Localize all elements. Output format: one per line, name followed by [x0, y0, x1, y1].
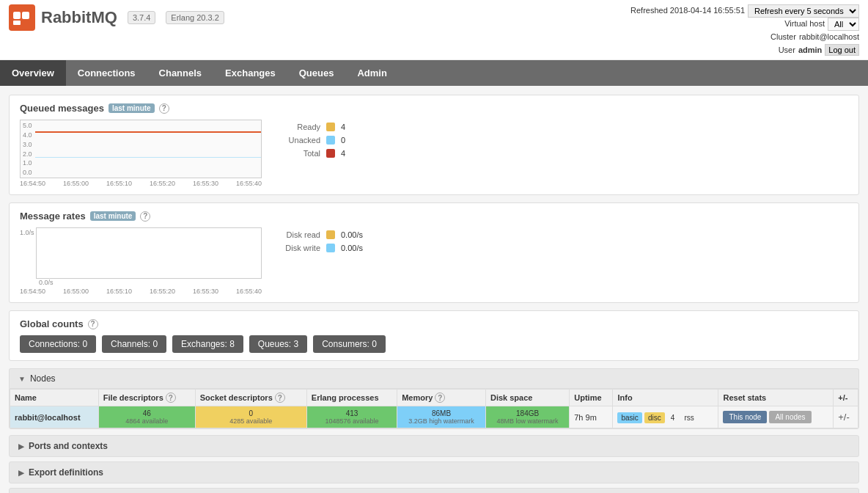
tag-basic: basic	[617, 412, 641, 423]
chart-line-unacked	[35, 157, 261, 158]
logo-text: RabbitMQ	[41, 8, 117, 27]
all-nodes-button[interactable]: All nodes	[769, 411, 811, 423]
export-label: Export definitions	[29, 467, 103, 478]
rates-y-top: 1.0/s	[20, 227, 36, 236]
count-queues[interactable]: Queues: 3	[249, 335, 307, 353]
erlang-badge: Erlang 20.3.2	[166, 11, 224, 24]
stat-total-value: 4	[341, 149, 345, 158]
socket-desc-bar: 04285 available	[196, 406, 306, 428]
table-row: rabbit@localhost 464864 available 04285 …	[10, 406, 858, 428]
logo-icon	[9, 4, 35, 31]
header-meta: Refreshed 2018-04-14 16:55:51 Refresh ev…	[630, 4, 859, 56]
nav-connections[interactable]: Connections	[66, 60, 147, 86]
chart-line-ready	[35, 131, 261, 133]
stat-disk-read-label: Disk read	[276, 230, 320, 239]
col-file-desc: File descriptors ?	[98, 390, 195, 406]
stat-ready: Ready 4	[276, 123, 345, 131]
rates-x-labels: 16:54:50 16:55:00 16:55:10 16:55:20 16:5…	[20, 288, 262, 295]
erlang-bar: 4131048576 available	[307, 406, 397, 428]
count-exchanges[interactable]: Exchanges: 8	[172, 335, 243, 353]
node-reset: This node All nodes	[718, 406, 834, 428]
stat-disk-write-value: 0.00/s	[341, 244, 363, 252]
node-disk: 184GB48MB low watermark	[485, 406, 569, 428]
queued-y-labels: 5.0 4.0 3.0 2.0 1.0 0.0	[21, 120, 34, 178]
nodes-header[interactable]: ▼ Nodes	[9, 368, 859, 388]
col-reset: Reset stats	[718, 390, 834, 406]
disk-bar: 184GB48MB low watermark	[486, 406, 569, 428]
stat-disk-write-label: Disk write	[276, 244, 320, 252]
ports-contexts-header[interactable]: ▶ Ports and contexts	[10, 436, 858, 456]
rates-time-badge: last minute	[90, 211, 136, 221]
export-definitions-header[interactable]: ▶ Export definitions	[10, 462, 858, 483]
nav-admin[interactable]: Admin	[345, 60, 398, 86]
node-erlang: 4131048576 available	[306, 406, 397, 428]
queued-chart-area: 5.0 4.0 3.0 2.0 1.0 0.0 16:54:50 16:55:0…	[20, 120, 262, 187]
rates-help-icon[interactable]: ?	[140, 211, 150, 222]
queued-help-icon[interactable]: ?	[159, 103, 169, 114]
version-badge: 3.7.4	[128, 11, 155, 24]
svg-rect-2	[13, 21, 21, 25]
export-arrow: ▶	[18, 469, 24, 477]
nodes-title: Nodes	[30, 373, 56, 384]
queued-x-labels: 16:54:50 16:55:00 16:55:10 16:55:20 16:5…	[20, 180, 262, 187]
col-socket-desc: Socket descriptors ?	[195, 390, 306, 406]
memory-bar: 86MB3.2GB high watermark	[397, 406, 485, 428]
virtual-host-select[interactable]: All	[828, 18, 859, 31]
this-node-button[interactable]: This node	[723, 411, 767, 423]
queued-chart-row: 5.0 4.0 3.0 2.0 1.0 0.0 16:54:50 16:55:0…	[20, 120, 848, 187]
queued-stats-panel: Ready 4 Unacked 0 Total 4	[276, 120, 345, 158]
col-name: Name	[10, 390, 99, 406]
stat-ready-label: Ready	[276, 123, 320, 131]
stat-total-dot	[326, 149, 335, 158]
node-memory: 86MB3.2GB high watermark	[397, 406, 486, 428]
stat-disk-write: Disk write 0.00/s	[276, 244, 363, 252]
nav-channels[interactable]: Channels	[147, 60, 214, 86]
nodes-table-section: Name File descriptors ? Socket descripto…	[9, 388, 859, 429]
nav-exchanges[interactable]: Exchanges	[213, 60, 287, 86]
count-connections[interactable]: Connections: 0	[20, 335, 96, 353]
rates-stats-panel: Disk read 0.00/s Disk write 0.00/s	[276, 227, 363, 252]
col-memory: Memory ?	[397, 390, 486, 406]
queued-messages-title: Queued messages last minute ?	[20, 103, 848, 114]
stat-disk-write-dot	[326, 244, 335, 252]
main-nav: Overview Connections Channels Exchanges …	[0, 60, 868, 86]
node-uptime: 7h 9m	[570, 406, 613, 428]
virtual-host-label: Virtual host	[784, 18, 825, 31]
user-label: User	[779, 44, 795, 57]
node-plusminus[interactable]: +/-	[834, 406, 858, 428]
logout-button[interactable]: Log out	[825, 44, 859, 56]
tag-num: 4	[667, 412, 679, 423]
refresh-select[interactable]: Refresh every 5 seconds	[748, 4, 859, 18]
count-channels[interactable]: Channels: 0	[102, 335, 166, 353]
cluster-label: Cluster	[770, 31, 796, 44]
nav-overview[interactable]: Overview	[0, 60, 66, 86]
svg-rect-1	[22, 12, 29, 19]
queued-messages-section: Queued messages last minute ? 5.0 4.0 3.…	[9, 95, 859, 195]
col-info: Info	[613, 390, 718, 406]
tag-rss: rss	[680, 412, 697, 423]
import-definitions-section: ▶ Import definitions	[9, 488, 859, 493]
global-counts-help[interactable]: ?	[88, 319, 98, 329]
stat-disk-read: Disk read 0.00/s	[276, 230, 363, 239]
import-definitions-header[interactable]: ▶ Import definitions	[10, 489, 858, 493]
stat-unacked-dot	[326, 136, 335, 145]
nav-queues[interactable]: Queues	[287, 60, 346, 86]
rates-chart-row: 1.0/s 0.0/s 16:54:50 16:55:00 16:55:10 1…	[20, 227, 848, 295]
stat-disk-read-value: 0.00/s	[341, 230, 363, 239]
nodes-table: Name File descriptors ? Socket descripto…	[10, 389, 858, 428]
rates-chart-area: 1.0/s 0.0/s 16:54:50 16:55:00 16:55:10 1…	[20, 227, 262, 295]
rates-y-bot: 0.0/s	[20, 279, 262, 286]
main-content: Queued messages last minute ? 5.0 4.0 3.…	[0, 86, 868, 493]
nodes-container: ▼ Nodes Name File descriptors ? Socket d…	[9, 368, 859, 429]
stat-total: Total 4	[276, 149, 345, 158]
user-value: admin	[798, 44, 822, 57]
refreshed-text: Refreshed 2018-04-14 16:55:51	[630, 4, 745, 18]
ports-arrow: ▶	[18, 442, 24, 450]
node-socket-desc: 04285 available	[195, 406, 306, 428]
rates-chart-box	[36, 227, 262, 279]
global-counts-section: Global counts ? Connections: 0 Channels:…	[9, 310, 859, 361]
stat-ready-value: 4	[341, 123, 345, 131]
node-name-cell: rabbit@localhost	[10, 406, 99, 428]
count-consumers[interactable]: Consumers: 0	[313, 335, 386, 353]
node-file-desc: 464864 available	[98, 406, 195, 428]
